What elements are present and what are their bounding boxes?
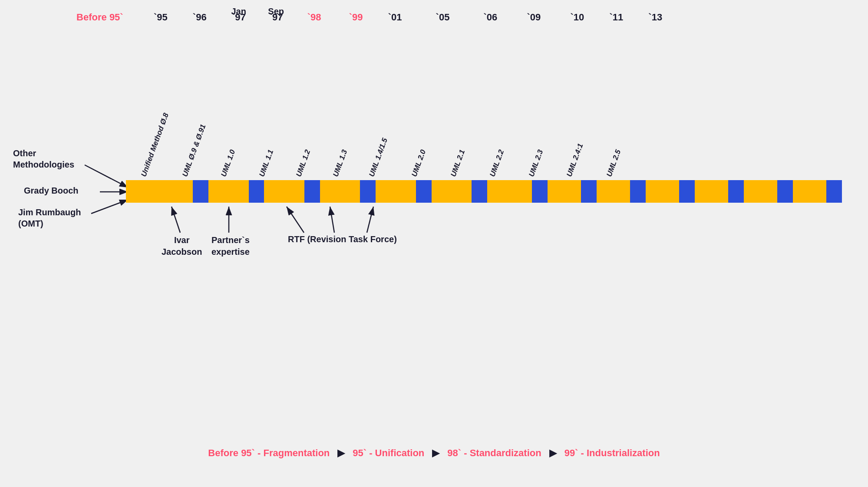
seg-b9	[630, 180, 646, 203]
year-01: `01	[388, 12, 402, 23]
seg-y8	[548, 180, 581, 203]
seg-b12	[777, 180, 793, 203]
seg-y9	[597, 180, 630, 203]
seg-y4	[320, 180, 360, 203]
year-11: `11	[609, 12, 623, 23]
annotation-partners-expertise: Partner`sexpertise	[211, 234, 250, 258]
uml-label-0-9: UML Ø.9 & Ø.91	[181, 123, 208, 178]
seg-b3	[304, 180, 320, 203]
uml-label-1-3: UML 1.3	[331, 148, 349, 178]
year-96: `96	[193, 12, 207, 23]
label-jim-rumbaugh: Jim Rumbaugh(OMT)	[18, 207, 81, 229]
seg-b10	[679, 180, 695, 203]
year-95: `95	[154, 12, 168, 23]
seg-y6	[432, 180, 472, 203]
seg-y11	[695, 180, 728, 203]
label-other-methodologies: OtherMethodologies	[13, 148, 74, 170]
uml-label-2-4: UML 2.4:1	[565, 142, 585, 178]
legend-arrow-1: ▶	[337, 448, 345, 459]
year-10: `10	[570, 12, 584, 23]
uml-label-2-5: UML 2.5	[605, 148, 623, 178]
seg-b8	[581, 180, 597, 203]
seg-b11	[728, 180, 744, 203]
svg-line-7	[330, 207, 334, 233]
uml-label-1-2: UML 1.2	[294, 148, 312, 178]
seg-y2	[208, 180, 248, 203]
year-97b: `97	[269, 12, 283, 23]
legend-arrow-2: ▶	[432, 448, 439, 459]
arrows-svg	[0, 0, 868, 487]
svg-line-4	[172, 207, 180, 233]
uml-label-2-3: UML 2.3	[527, 148, 545, 178]
year-09: `09	[527, 12, 541, 23]
seg-y3	[264, 180, 304, 203]
seg-b6	[472, 180, 487, 203]
label-grady-booch: Grady Booch	[24, 186, 79, 196]
uml-label-2-0: UML 2.0	[410, 148, 428, 178]
seg-y1	[126, 180, 193, 203]
year-before95: Before 95`	[76, 12, 123, 23]
seg-b5	[416, 180, 432, 203]
seg-y10	[646, 180, 679, 203]
seg-y13	[793, 180, 826, 203]
annotation-rtf: RTF (Revision Task Force)	[288, 234, 397, 244]
legend: Before 95` - Fragmentation ▶ 95` - Unifi…	[208, 448, 660, 459]
year-98: `98	[307, 12, 321, 23]
legend-99: 99` - Industrialization	[564, 448, 660, 459]
svg-line-8	[367, 207, 373, 233]
uml-label-unified-method: Unified Method Ø.8	[139, 112, 171, 178]
annotation-ivar-jacobson: IvarJacobson	[162, 234, 202, 258]
year-13: `13	[648, 12, 662, 23]
year-06: `06	[484, 12, 498, 23]
uml-label-2-1: UML 2.1	[449, 148, 467, 178]
timeline-bar-segments	[126, 180, 842, 203]
uml-label-1-4: UML 1.4/1.5	[367, 137, 389, 178]
legend-95: 95` - Unification	[353, 448, 424, 459]
legend-arrow-3: ▶	[549, 448, 557, 459]
year-99: `99	[349, 12, 363, 23]
svg-line-3	[91, 200, 128, 214]
seg-b1	[193, 180, 208, 203]
svg-line-6	[287, 207, 304, 233]
seg-b7	[532, 180, 548, 203]
uml-label-1-1: UML 1.1	[257, 148, 275, 178]
year-05: `05	[436, 12, 450, 23]
seg-b2	[249, 180, 264, 203]
uml-label-1-0: UML 1.0	[219, 148, 237, 178]
uml-label-2-2: UML 2.2	[488, 148, 506, 178]
legend-98: 98` - Standardization	[447, 448, 541, 459]
seg-y5	[376, 180, 416, 203]
legend-before95: Before 95` - Fragmentation	[208, 448, 330, 459]
seg-b4	[360, 180, 376, 203]
seg-y12	[744, 180, 777, 203]
seg-y7	[487, 180, 532, 203]
year-97a: `97	[232, 12, 246, 23]
timeline-bar	[126, 180, 842, 203]
timeline-container: Jan Sep Before 95` `95 `96 `97 `97 `98 `…	[0, 0, 868, 487]
uml-labels-container: Unified Method Ø.8 UML Ø.9 & Ø.91 UML 1.…	[0, 74, 868, 180]
seg-b13	[826, 180, 842, 203]
